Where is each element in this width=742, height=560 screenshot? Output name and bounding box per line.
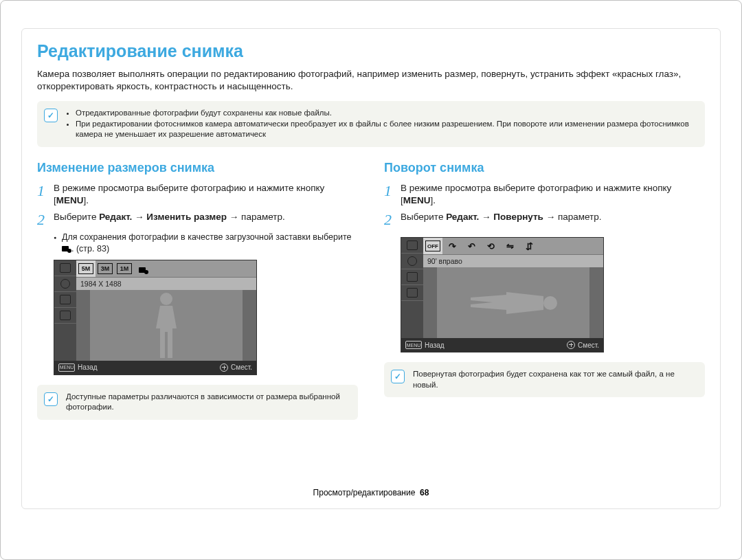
menu-label: MENU bbox=[403, 195, 431, 205]
step2-text-a: Выберите bbox=[54, 212, 99, 222]
flip-horizontal-icon: ⇋ bbox=[500, 238, 519, 254]
step2-text-b: Редакт. bbox=[99, 212, 132, 222]
cam-preview bbox=[76, 290, 256, 361]
step1-text-c: ]. bbox=[431, 195, 436, 205]
right-note-text: Повернутая фотография будет сохранена ка… bbox=[413, 369, 695, 390]
cam-status-text: 1984 X 1488 bbox=[76, 278, 256, 290]
page-title: Редактирование снимка bbox=[37, 41, 705, 61]
sub-bullet: Для сохранения фотографии в качестве заг… bbox=[54, 232, 358, 254]
footer-back-label: Назад bbox=[78, 363, 98, 371]
step2-text-c: → bbox=[132, 212, 146, 222]
step-number: 1 bbox=[384, 182, 401, 207]
cam-mode-icon bbox=[401, 238, 423, 254]
intro-text: Камера позволяет выполнять операции по р… bbox=[37, 68, 705, 93]
step1-text-a: В режиме просмотра выберите фотографию и… bbox=[54, 183, 324, 205]
step-2: 2 Выберите Редакт. → Повернуть → парамет… bbox=[384, 211, 705, 227]
cam-top-toolbar: 5M 3M 1M bbox=[76, 260, 256, 278]
subtitle-rotate: Поворот снимка bbox=[384, 161, 705, 175]
step-number: 2 bbox=[384, 211, 401, 227]
step1-text-c: ]. bbox=[84, 195, 89, 205]
menu-button-icon: MENU bbox=[405, 341, 422, 349]
navigate-icon bbox=[220, 363, 228, 372]
note-icon: ✓ bbox=[44, 392, 58, 406]
step-number: 2 bbox=[37, 211, 54, 227]
cam-mode-icon bbox=[54, 308, 76, 324]
cam-left-bar bbox=[401, 238, 423, 338]
cam-status-text: 90' вправо bbox=[423, 255, 603, 267]
svg-point-4 bbox=[160, 293, 172, 305]
top-note-item: При редактировании фотоснимков камера ав… bbox=[76, 119, 695, 140]
svg-point-3 bbox=[144, 270, 148, 274]
step2-text-e: → параметр. bbox=[543, 212, 602, 222]
step2-text-c: → bbox=[479, 212, 493, 222]
cam-mode-icon bbox=[54, 260, 76, 276]
step2-text-d: Изменить размер bbox=[146, 212, 227, 222]
step-2: 2 Выберите Редакт. → Изменить размер → п… bbox=[37, 211, 358, 227]
rotate-option-off-icon: OFF bbox=[423, 238, 442, 254]
footer-move-label: Смест. bbox=[578, 341, 599, 349]
right-note-box: ✓ Повернутая фотография будет сохранена … bbox=[384, 362, 705, 397]
step2-text-b: Редакт. bbox=[446, 212, 479, 222]
note-icon: ✓ bbox=[391, 370, 405, 383]
footer-section: Просмотр/редактирование bbox=[313, 488, 416, 497]
rotate-left-icon: ↶ bbox=[462, 238, 481, 254]
step-1: 1 В режиме просмотра выберите фотографию… bbox=[384, 182, 705, 207]
cam-mode-icon bbox=[54, 276, 76, 292]
col-resize: Изменение размеров снимка 1 В режиме про… bbox=[37, 161, 358, 434]
col-rotate: Поворот снимка 1 В режиме просмотра выбе… bbox=[384, 161, 705, 434]
navigate-icon bbox=[567, 341, 575, 349]
step-1: 1 В режиме просмотра выберите фотографию… bbox=[37, 182, 358, 207]
rotate-180-icon: ⟲ bbox=[481, 238, 500, 254]
top-note-box: ✓ Отредактированные фотографии будут сох… bbox=[37, 101, 705, 147]
sub-text-b: . (стр. 83) bbox=[71, 244, 109, 254]
cam-mode-icon bbox=[401, 254, 423, 269]
cam-preview bbox=[423, 267, 603, 338]
cam-mode-icon bbox=[401, 285, 423, 301]
flip-vertical-icon: ⇵ bbox=[519, 238, 539, 254]
person-lying-silhouette-icon bbox=[465, 284, 561, 322]
size-option-5m: 5M bbox=[76, 260, 95, 277]
subtitle-resize: Изменение размеров снимка bbox=[37, 161, 358, 175]
step2-text-e: → параметр. bbox=[227, 212, 285, 222]
menu-label: MENU bbox=[56, 195, 84, 205]
camera-screen-rotate: OFF ↷ ↶ ⟲ ⇋ ⇵ 90' вправо bbox=[401, 237, 604, 352]
cam-footer: MENU Назад Смест. bbox=[54, 361, 256, 374]
cam-mode-icon bbox=[401, 269, 423, 285]
cam-mode-icon bbox=[54, 292, 76, 308]
step-number: 1 bbox=[37, 182, 54, 207]
footer-page-number: 68 bbox=[420, 488, 429, 497]
left-note-box: ✓ Доступные параметры различаются в зави… bbox=[37, 385, 358, 420]
rotate-right-icon: ↷ bbox=[442, 238, 462, 254]
startup-image-icon bbox=[62, 245, 71, 253]
svg-point-5 bbox=[543, 296, 557, 310]
sub-text-a: Для сохранения фотографии в качестве заг… bbox=[62, 232, 351, 242]
page-footer: Просмотр/редактирование 68 bbox=[22, 488, 720, 497]
size-option-3m: 3M bbox=[95, 260, 115, 277]
cam-footer: MENU Назад Смест. bbox=[401, 338, 603, 352]
person-silhouette-icon bbox=[149, 291, 183, 359]
cam-left-bar bbox=[54, 260, 76, 361]
top-note-item: Отредактированные фотографии будут сохра… bbox=[76, 108, 695, 119]
note-icon: ✓ bbox=[44, 109, 58, 122]
footer-back-label: Назад bbox=[425, 341, 445, 349]
left-note-text: Доступные параметры различаются в зависи… bbox=[66, 392, 348, 413]
step1-text-a: В режиме просмотра выберите фотографию и… bbox=[401, 183, 671, 205]
top-note-content: Отредактированные фотографии будут сохра… bbox=[66, 108, 695, 140]
size-option-1m: 1M bbox=[115, 260, 134, 277]
footer-move-label: Смест. bbox=[231, 363, 252, 371]
menu-button-icon: MENU bbox=[58, 363, 75, 372]
cam-top-toolbar: OFF ↷ ↶ ⟲ ⇋ ⇵ bbox=[423, 238, 603, 255]
size-option-startup-icon bbox=[134, 260, 153, 277]
step2-text-a: Выберите bbox=[401, 212, 446, 222]
camera-screen-resize: 5M 3M 1M 1984 X 1488 bbox=[54, 260, 257, 375]
step2-text-d: Повернуть bbox=[493, 212, 543, 222]
